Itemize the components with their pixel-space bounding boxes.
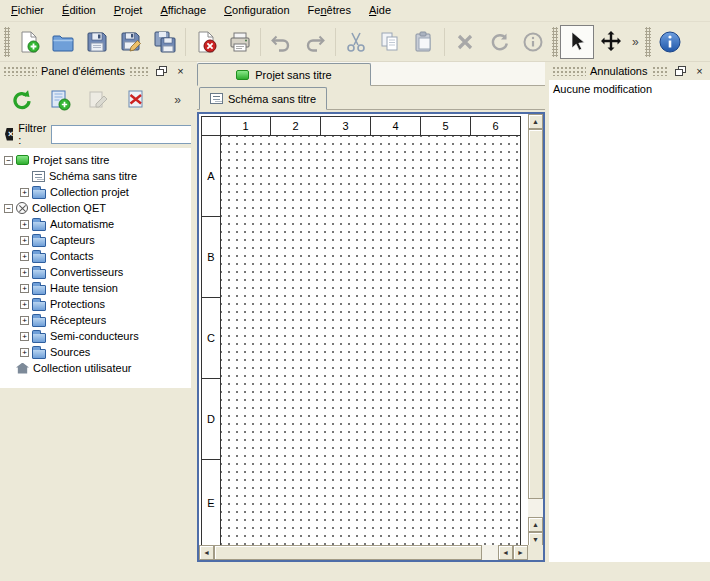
tree-item-collection-utilisateur[interactable]: Collection utilisateur: [0, 360, 191, 376]
float-panel-button[interactable]: [673, 64, 688, 78]
expand-icon[interactable]: +: [20, 300, 29, 309]
save-button[interactable]: [80, 25, 114, 59]
tree-item-recepteurs[interactable]: +Récepteurs: [0, 312, 191, 328]
filter-input[interactable]: [51, 125, 201, 144]
save-as-button[interactable]: [114, 25, 148, 59]
column-header-5: 5: [421, 117, 471, 135]
folder-icon: [32, 189, 46, 199]
toolbar-drag-handle[interactable]: [552, 27, 558, 57]
rotate-icon: [487, 30, 511, 54]
panel-overflow-chevron[interactable]: »: [174, 93, 185, 107]
toolbar-separator: [335, 28, 336, 56]
collapse-icon[interactable]: −: [4, 156, 13, 165]
main-area: Panel d'éléments ×: [0, 62, 710, 562]
filter-label: Filtrer :: [18, 122, 46, 146]
reload-collections-button[interactable]: [6, 84, 38, 116]
menu-fichier[interactable]: Fichier: [2, 0, 53, 21]
menubar: FichierÉditionProjetAffichageConfigurati…: [0, 0, 710, 22]
print-button[interactable]: [223, 25, 257, 59]
tree-item-label: Collection utilisateur: [32, 362, 131, 374]
toolbar-drag-handle[interactable]: [645, 27, 651, 57]
horizontal-scroll-thumb[interactable]: [214, 545, 482, 560]
menu-aide[interactable]: Aide: [360, 0, 400, 21]
menu-affichage[interactable]: Affichage: [151, 0, 215, 21]
float-icon: [156, 66, 167, 76]
column-header-2: 2: [271, 117, 321, 135]
expand-icon[interactable]: +: [20, 348, 29, 357]
scroll-left-button[interactable]: ◄: [199, 545, 214, 560]
tree-item-collection-qet[interactable]: −Collection QET: [0, 200, 191, 216]
tree-item-semi-conducteurs[interactable]: +Semi-conducteurs: [0, 328, 191, 344]
menu-fenetres[interactable]: Fenêtres: [299, 0, 360, 21]
dock-drag-handle[interactable]: [3, 66, 37, 76]
project-icon: [236, 70, 249, 80]
open-project-button[interactable]: [46, 25, 80, 59]
tree-item-projet-sans-titre[interactable]: −Projet sans titre: [0, 152, 191, 168]
toolbar-drag-handle[interactable]: [4, 27, 10, 57]
paste-icon: [412, 30, 436, 54]
tree-item-label: Récepteurs: [49, 314, 106, 326]
elements-panel-titlebar[interactable]: Panel d'éléments ×: [0, 62, 191, 80]
float-panel-button[interactable]: [154, 64, 169, 78]
scroll-left-button[interactable]: ◄: [498, 545, 513, 560]
delete-element-button[interactable]: [120, 84, 152, 116]
horizontal-scrollbar[interactable]: ◄ ◄ ►: [199, 545, 528, 560]
save-all-button[interactable]: [148, 25, 182, 59]
tree-item-label: Semi-conducteurs: [49, 330, 139, 342]
tree-item-capteurs[interactable]: +Capteurs: [0, 232, 191, 248]
scroll-right-button[interactable]: ►: [513, 545, 528, 560]
new-element-button[interactable]: [44, 84, 76, 116]
dock-drag-handle[interactable]: [129, 66, 150, 76]
dock-drag-handle[interactable]: [652, 66, 670, 76]
tree-item-sources[interactable]: +Sources: [0, 344, 191, 360]
close-panel-button[interactable]: ×: [692, 64, 707, 78]
expand-icon[interactable]: +: [20, 252, 29, 261]
column-header-6: 6: [471, 117, 521, 135]
redo-icon: [303, 30, 327, 54]
menu-configuration[interactable]: Configuration: [215, 0, 298, 21]
close-panel-button[interactable]: ×: [173, 64, 188, 78]
toolbar-separator: [185, 28, 186, 56]
expand-icon[interactable]: +: [20, 284, 29, 293]
project-tab[interactable]: Projet sans titre: [197, 63, 371, 86]
expand-icon[interactable]: +: [20, 236, 29, 245]
scroll-up-button[interactable]: ▲: [528, 114, 543, 129]
expand-icon[interactable]: +: [20, 316, 29, 325]
scroll-up-button[interactable]: ▲: [528, 517, 543, 532]
folder-icon: [32, 317, 46, 327]
expand-icon[interactable]: +: [20, 220, 29, 229]
toolbar-overflow-chevron[interactable]: »: [628, 35, 643, 49]
expand-icon[interactable]: +: [20, 332, 29, 341]
diagram-view[interactable]: 123456 ABCDE: [199, 114, 528, 545]
menu-projet[interactable]: Projet: [105, 0, 152, 21]
column-ruler: 123456: [221, 116, 521, 136]
menu-edition[interactable]: Édition: [53, 0, 105, 21]
pan-mode-button[interactable]: [594, 25, 628, 59]
vertical-scrollbar[interactable]: ▲ ▲ ▼: [528, 114, 543, 547]
tree-item-automatisme[interactable]: +Automatisme: [0, 216, 191, 232]
expand-icon[interactable]: +: [20, 188, 29, 197]
vertical-scroll-thumb[interactable]: [528, 129, 543, 499]
tree-item-convertisseurs[interactable]: +Convertisseurs: [0, 264, 191, 280]
scrollbar-corner: [528, 545, 543, 560]
tree-item-haute-tension[interactable]: +Haute tension: [0, 280, 191, 296]
dock-drag-handle[interactable]: [552, 66, 586, 76]
select-mode-button[interactable]: [560, 25, 594, 59]
help-button[interactable]: [653, 25, 687, 59]
close-project-button[interactable]: [189, 25, 223, 59]
undo-panel-titlebar[interactable]: Annulations ×: [549, 62, 710, 80]
tree-item-contacts[interactable]: +Contacts: [0, 248, 191, 264]
new-project-button[interactable]: [12, 25, 46, 59]
diagram-canvas[interactable]: [221, 136, 521, 545]
row-ruler: ABCDE: [201, 136, 221, 545]
tree-item-collection-projet[interactable]: +Collection projet: [0, 184, 191, 200]
collapse-icon[interactable]: −: [4, 204, 13, 213]
tree-item-schema-sans-titre[interactable]: Schéma sans titre: [0, 168, 191, 184]
tree-item-protections[interactable]: +Protections: [0, 296, 191, 312]
expand-icon[interactable]: +: [20, 268, 29, 277]
tree-item-label: Collection QET: [31, 202, 106, 214]
clear-filter-button[interactable]: ×: [5, 128, 13, 141]
undo-list[interactable]: Aucune modification: [549, 80, 710, 562]
diagram-tab[interactable]: Schéma sans titre: [199, 87, 327, 110]
save-all-icon: [153, 30, 177, 54]
